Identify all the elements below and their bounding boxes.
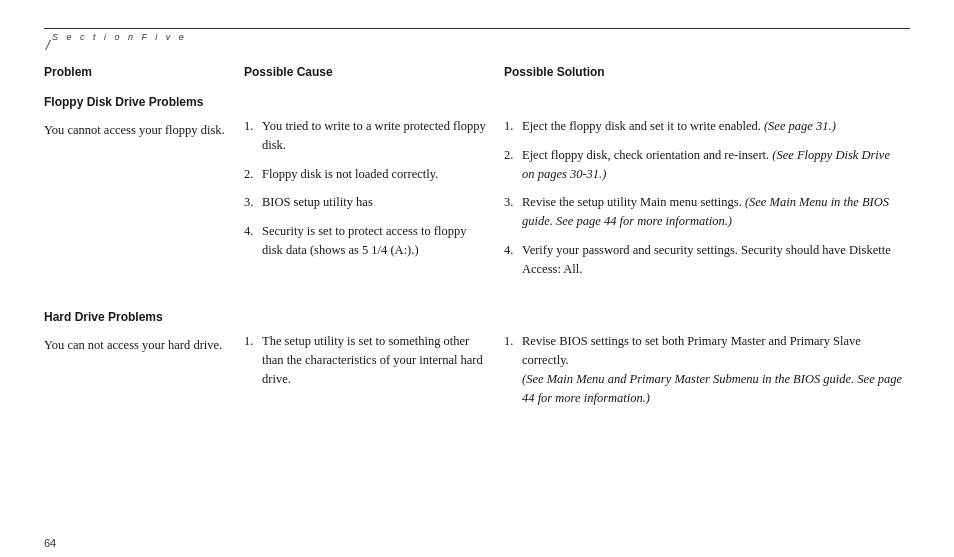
hd-title-row: Hard Drive Problems [44, 308, 910, 332]
floppy-title-solution-spacer [504, 93, 910, 117]
cause-2-text: Floppy disk is not loaded correctly. [262, 165, 489, 184]
floppy-cause-col: 1. You tried to write to a write protect… [244, 117, 504, 288]
section-label: S e c t i o n F i v e [52, 32, 187, 42]
solution-2-main: Eject floppy disk, check orientation and… [522, 148, 769, 162]
floppy-title-col: Floppy Disk Drive Problems [44, 93, 244, 117]
top-border [44, 28, 910, 29]
cause-1-text: You tried to write to a write protected … [262, 117, 489, 155]
hd-cause-1-text: The setup utility is set to something ot… [262, 332, 489, 388]
floppy-title-cause-spacer [244, 93, 504, 117]
hd-solution-col: 1. Revise BIOS settings to set both Prim… [504, 332, 910, 417]
hard-drive-section: Hard Drive Problems You can not access y… [44, 308, 910, 417]
problem-header: Problem [44, 65, 229, 79]
floppy-title-row: Floppy Disk Drive Problems [44, 93, 910, 117]
col-problem-header: Problem [44, 65, 244, 93]
hd-section-title: Hard Drive Problems [44, 310, 229, 324]
solution-header: Possible Solution [504, 65, 905, 79]
content-area: Problem Possible Cause Possible Solution… [44, 65, 910, 527]
floppy-solution-list: 1. Eject the floppy disk and set it to w… [504, 117, 905, 278]
solution-4-text: Verify your password and security settin… [522, 241, 905, 279]
list-item: 2. Eject floppy disk, check orientation … [504, 146, 905, 184]
solution-3-text: Revise the setup utility Main menu setti… [522, 193, 905, 231]
list-item: 4. Security is set to protect access to … [244, 222, 489, 260]
solution-1-text: Eject the floppy disk and set it to writ… [522, 117, 905, 136]
floppy-problem-text: You cannot access your floppy disk. [44, 121, 229, 140]
list-item: 1. The setup utility is set to something… [244, 332, 489, 388]
solution-1-main: Eject the floppy disk and set it to writ… [522, 119, 761, 133]
hd-problem-col: You can not access your hard drive. [44, 332, 244, 417]
floppy-cause-list: 1. You tried to write to a write protect… [244, 117, 489, 260]
solution-3-main: Revise the setup utility Main menu setti… [522, 195, 742, 209]
page-container: S e c t i o n F i v e / Problem Possible… [0, 0, 954, 557]
solution-2-text: Eject floppy disk, check orientation and… [522, 146, 905, 184]
hd-cause-list: 1. The setup utility is set to something… [244, 332, 489, 388]
cause-4-text: Security is set to protect access to flo… [262, 222, 489, 260]
hd-solution-1-text: Revise BIOS settings to set both Primary… [522, 332, 905, 407]
solution-1-italic: (See page 31.) [764, 119, 836, 133]
page-number: 64 [44, 537, 56, 549]
floppy-problem-col: You cannot access your floppy disk. [44, 117, 244, 288]
col-cause-header: Possible Cause [244, 65, 504, 93]
floppy-solution-col: 1. Eject the floppy disk and set it to w… [504, 117, 910, 288]
list-item: 1. Eject the floppy disk and set it to w… [504, 117, 905, 136]
floppy-content-row: You cannot access your floppy disk. 1. Y… [44, 117, 910, 288]
floppy-section-title: Floppy Disk Drive Problems [44, 95, 229, 109]
list-item: 1. Revise BIOS settings to set both Prim… [504, 332, 905, 407]
hd-cause-spacer [244, 308, 504, 332]
cause-header: Possible Cause [244, 65, 489, 79]
hd-problem-text: You can not access your hard drive. [44, 336, 229, 355]
hd-cause-col: 1. The setup utility is set to something… [244, 332, 504, 417]
list-item: 4. Verify your password and security set… [504, 241, 905, 279]
column-headers: Problem Possible Cause Possible Solution [44, 65, 910, 93]
hd-content-row: You can not access your hard drive. 1. T… [44, 332, 910, 417]
list-item: 3. Revise the setup utility Main menu se… [504, 193, 905, 231]
hd-title-col: Hard Drive Problems [44, 308, 244, 332]
cause-3-text: BIOS setup utility has [262, 193, 489, 212]
list-item: 3. BIOS setup utility has [244, 193, 489, 212]
hd-solution-1-main: Revise BIOS settings to set both Primary… [522, 334, 861, 367]
hd-solution-1-italic: (See Main Menu and Primary Master Submen… [522, 372, 902, 405]
list-item: 1. You tried to write to a write protect… [244, 117, 489, 155]
hd-solution-list: 1. Revise BIOS settings to set both Prim… [504, 332, 905, 407]
list-item: 2. Floppy disk is not loaded correctly. [244, 165, 489, 184]
corner-mark: / [46, 38, 50, 54]
section-header: S e c t i o n F i v e [52, 32, 187, 42]
col-solution-header: Possible Solution [504, 65, 910, 93]
hd-solution-spacer [504, 308, 910, 332]
